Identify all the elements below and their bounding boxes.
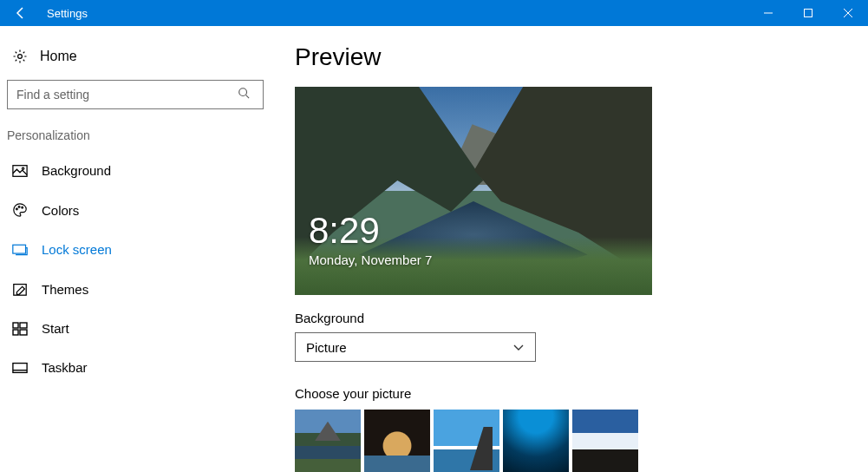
lock-screen-preview: 8:29 Monday, November 7 xyxy=(295,87,652,295)
window-controls xyxy=(748,0,868,26)
search-input[interactable] xyxy=(7,80,264,109)
taskbar-icon xyxy=(12,362,28,374)
choose-picture-label: Choose your picture xyxy=(295,386,868,401)
sidebar-item-label: Themes xyxy=(42,282,88,297)
svg-rect-16 xyxy=(13,330,18,335)
dropdown-value: Picture xyxy=(306,340,347,355)
home-nav[interactable]: Home xyxy=(7,42,269,73)
sidebar-item-colors[interactable]: Colors xyxy=(7,190,269,230)
sidebar-item-label: Lock screen xyxy=(42,242,112,257)
picture-icon xyxy=(12,164,28,178)
picture-thumbnail[interactable] xyxy=(434,410,499,472)
page-title: Preview xyxy=(295,43,868,71)
section-header: Personalization xyxy=(7,128,269,142)
svg-line-6 xyxy=(246,95,250,99)
preview-time: 8:29 xyxy=(309,213,432,249)
svg-point-4 xyxy=(18,55,23,59)
sidebar: Home Personalization Background xyxy=(0,26,269,472)
content-area: Preview 8:29 Monday, November 7 Backgrou… xyxy=(269,26,868,472)
close-button[interactable] xyxy=(828,0,868,26)
sidebar-item-lock-screen[interactable]: Lock screen xyxy=(7,230,269,269)
svg-rect-1 xyxy=(805,10,813,17)
titlebar: Settings xyxy=(0,0,868,26)
sidebar-item-themes[interactable]: Themes xyxy=(7,269,269,309)
search-wrap xyxy=(7,80,265,109)
maximize-button[interactable] xyxy=(788,0,828,26)
svg-rect-12 xyxy=(13,245,26,253)
sidebar-item-label: Background xyxy=(42,163,111,178)
picture-thumbnails xyxy=(295,410,868,472)
svg-rect-17 xyxy=(20,330,27,335)
sidebar-item-label: Taskbar xyxy=(42,360,88,375)
monitor-icon xyxy=(12,243,28,257)
picture-thumbnail[interactable] xyxy=(503,410,569,472)
chevron-down-icon xyxy=(512,340,525,355)
picture-thumbnail[interactable] xyxy=(364,410,430,472)
svg-point-5 xyxy=(239,88,247,96)
svg-rect-14 xyxy=(13,323,18,328)
home-label: Home xyxy=(40,49,77,64)
svg-point-10 xyxy=(18,206,20,208)
svg-point-11 xyxy=(22,206,23,208)
background-dropdown[interactable]: Picture xyxy=(295,332,536,362)
background-field-label: Background xyxy=(295,311,868,325)
svg-point-9 xyxy=(16,208,18,210)
svg-rect-18 xyxy=(13,363,27,372)
sidebar-item-label: Colors xyxy=(42,203,79,218)
preview-date: Monday, November 7 xyxy=(309,252,432,267)
window-title: Settings xyxy=(47,7,88,20)
preview-clock: 8:29 Monday, November 7 xyxy=(309,213,432,267)
sidebar-item-taskbar[interactable]: Taskbar xyxy=(7,348,269,387)
palette-icon xyxy=(12,202,28,218)
minimize-button[interactable] xyxy=(748,0,788,26)
sidebar-item-label: Start xyxy=(42,321,69,336)
svg-point-8 xyxy=(22,167,23,169)
svg-rect-15 xyxy=(20,323,27,328)
gear-icon xyxy=(12,49,28,64)
search-icon xyxy=(238,87,250,102)
sidebar-item-start[interactable]: Start xyxy=(7,309,269,348)
sidebar-item-background[interactable]: Background xyxy=(7,151,269,190)
pencil-icon xyxy=(12,281,28,297)
start-grid-icon xyxy=(12,322,28,336)
picture-thumbnail[interactable] xyxy=(295,410,361,472)
picture-thumbnail[interactable] xyxy=(572,410,638,472)
back-button[interactable] xyxy=(0,0,42,26)
